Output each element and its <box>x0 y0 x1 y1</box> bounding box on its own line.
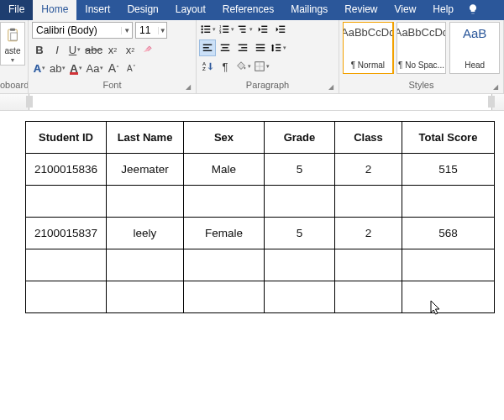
table-header-row[interactable]: Student ID Last Name Sex Grade Class Tot… <box>26 122 495 154</box>
tab-design[interactable]: Design <box>118 0 166 20</box>
increase-indent-button[interactable] <box>273 22 288 37</box>
tab-home[interactable]: Home <box>33 0 76 20</box>
table-cell[interactable]: 2 <box>335 218 402 249</box>
decrease-indent-button[interactable] <box>255 22 270 37</box>
paragraph-dialog-launcher-icon[interactable]: ◢ <box>328 83 333 91</box>
subscript-button[interactable]: x2 <box>105 42 120 57</box>
table-cell[interactable] <box>335 281 402 313</box>
col-sex[interactable]: Sex <box>184 122 265 154</box>
italic-button[interactable]: I <box>50 42 65 57</box>
borders-button[interactable]: ▾ <box>254 59 270 74</box>
numbering-button[interactable]: 123▾ <box>218 22 234 37</box>
bold-button[interactable]: B <box>32 42 47 57</box>
table-cell[interactable]: 2100015837 <box>26 218 107 249</box>
table-cell[interactable] <box>107 249 184 281</box>
col-student-id[interactable]: Student ID <box>26 122 107 154</box>
col-last-name[interactable]: Last Name <box>107 122 184 154</box>
style-name: Head <box>465 60 485 70</box>
sort-button[interactable]: AZ <box>200 59 215 74</box>
table-cell[interactable] <box>402 186 495 218</box>
table-cell[interactable] <box>26 186 107 218</box>
tab-mailings[interactable]: Mailings <box>282 0 336 20</box>
table-cell[interactable] <box>265 249 335 281</box>
table-row[interactable] <box>26 281 495 313</box>
table-cell[interactable] <box>107 281 184 313</box>
table-cell[interactable] <box>265 281 335 313</box>
student-table[interactable]: Student ID Last Name Sex Grade Class Tot… <box>25 121 495 313</box>
text-effects-button[interactable]: A▾ <box>32 60 47 76</box>
font-color-button[interactable]: A▾ <box>68 60 83 76</box>
table-cell[interactable]: 2100015836 <box>26 154 107 186</box>
align-center-button[interactable] <box>218 40 233 55</box>
align-right-button[interactable] <box>235 40 250 55</box>
font-name-input[interactable] <box>33 24 121 36</box>
line-spacing-button[interactable]: ▾ <box>270 40 286 55</box>
ruler-right-margin[interactable] <box>488 96 495 108</box>
superscript-button[interactable]: x2 <box>123 42 138 57</box>
clear-formatting-button[interactable] <box>140 42 155 57</box>
table-cell[interactable]: 2 <box>335 154 402 186</box>
table-cell[interactable] <box>402 281 495 313</box>
font-size-combo[interactable]: ▼ <box>135 22 167 39</box>
table-cell[interactable] <box>107 186 184 218</box>
style-no-spacing[interactable]: AaBbCcDc ¶ No Spac... <box>396 22 447 74</box>
multilevel-list-button[interactable]: ▾ <box>237 22 253 37</box>
grow-font-button[interactable]: A˄ <box>106 60 121 76</box>
strikethrough-button[interactable]: abc <box>85 42 102 57</box>
style-heading1[interactable]: AaB Head <box>449 22 500 74</box>
table-cell[interactable]: leely <box>107 218 184 249</box>
font-name-dropdown-icon[interactable]: ▼ <box>121 27 132 34</box>
table-cell[interactable] <box>26 249 107 281</box>
group-clipboard-label: oboard <box>0 78 24 93</box>
font-name-combo[interactable]: ▼ <box>32 22 133 39</box>
table-cell[interactable] <box>184 281 265 313</box>
font-size-input[interactable] <box>136 24 158 36</box>
font-size-dropdown-icon[interactable]: ▼ <box>158 27 166 34</box>
tab-help[interactable]: Help <box>424 0 462 20</box>
table-cell[interactable]: Jeemater <box>107 154 184 186</box>
tab-review[interactable]: Review <box>336 0 386 20</box>
col-total-score[interactable]: Total Score <box>402 122 495 154</box>
shrink-font-button[interactable]: A˅ <box>123 60 139 76</box>
table-cell[interactable]: 5 <box>265 218 335 249</box>
table-cell[interactable] <box>26 281 107 313</box>
style-normal[interactable]: AaBbCcDc ¶ Normal <box>343 22 393 74</box>
font-dialog-launcher-icon[interactable]: ◢ <box>186 83 191 91</box>
table-cell[interactable] <box>265 186 335 218</box>
table-row[interactable]: 2100015837leelyFemale52568 <box>26 218 495 249</box>
col-grade[interactable]: Grade <box>265 122 335 154</box>
table-cell[interactable] <box>402 249 495 281</box>
align-left-button[interactable] <box>200 40 215 55</box>
show-marks-button[interactable]: ¶ <box>218 59 233 74</box>
table-cell[interactable]: Female <box>184 218 265 249</box>
tab-view[interactable]: View <box>386 0 425 20</box>
styles-dialog-launcher-icon[interactable]: ◢ <box>493 83 498 91</box>
table-cell[interactable]: 515 <box>402 154 495 186</box>
justify-button[interactable] <box>253 40 268 55</box>
tell-me-icon[interactable] <box>462 0 484 20</box>
shading-button[interactable]: ▾ <box>235 59 251 74</box>
table-cell[interactable]: 5 <box>265 154 335 186</box>
document-page[interactable]: Student ID Last Name Sex Grade Class Tot… <box>0 111 504 420</box>
table-cell[interactable]: Male <box>184 154 265 186</box>
tab-file[interactable]: File <box>0 0 33 20</box>
table-cell[interactable] <box>184 249 265 281</box>
bullets-button[interactable]: ▾ <box>200 22 216 37</box>
table-cell[interactable] <box>184 186 265 218</box>
ruler-left-margin[interactable] <box>26 96 33 108</box>
col-class[interactable]: Class <box>335 122 402 154</box>
underline-button[interactable]: U▾ <box>67 42 82 57</box>
horizontal-ruler[interactable] <box>0 94 504 111</box>
table-cell[interactable]: 568 <box>402 218 495 249</box>
tab-insert[interactable]: Insert <box>76 0 118 20</box>
paste-button[interactable]: aste ▼ <box>0 22 25 66</box>
table-cell[interactable] <box>335 186 402 218</box>
table-row[interactable] <box>26 186 495 218</box>
table-row[interactable]: 2100015836JeematerMale52515 <box>26 154 495 186</box>
tab-layout[interactable]: Layout <box>167 0 214 20</box>
table-cell[interactable] <box>335 249 402 281</box>
tab-references[interactable]: References <box>214 0 282 20</box>
change-case-button[interactable]: Aa▾ <box>86 60 103 76</box>
table-row[interactable] <box>26 249 495 281</box>
highlight-button[interactable]: ab▾ <box>50 60 66 76</box>
